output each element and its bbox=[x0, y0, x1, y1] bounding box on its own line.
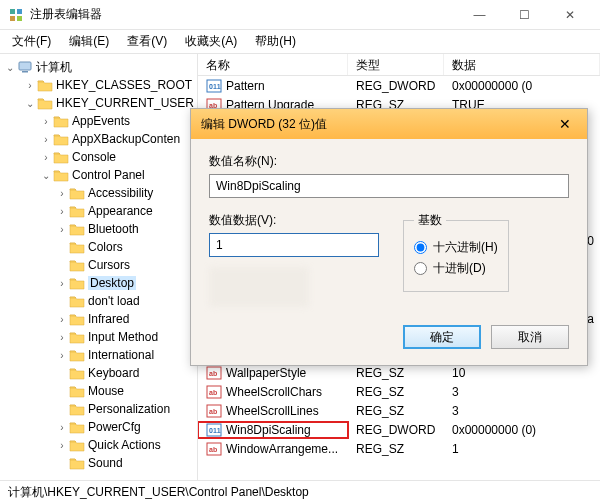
chevron-down-icon[interactable]: ⌄ bbox=[24, 98, 36, 109]
tree-item[interactable]: ›HKEY_CLASSES_ROOT bbox=[0, 76, 197, 94]
ok-button[interactable]: 确定 bbox=[403, 325, 481, 349]
menu-help[interactable]: 帮助(H) bbox=[247, 31, 304, 52]
tree-item-label: Mouse bbox=[88, 384, 124, 398]
chevron-right-icon[interactable]: › bbox=[40, 134, 52, 145]
radio-dec-input[interactable] bbox=[414, 262, 427, 275]
chevron-right-icon[interactable]: › bbox=[40, 116, 52, 127]
tree-item[interactable]: ›Console bbox=[0, 148, 197, 166]
chevron-down-icon[interactable]: ⌄ bbox=[4, 62, 16, 73]
tree-item-label: Personalization bbox=[88, 402, 170, 416]
tree-item[interactable]: Personalization bbox=[0, 400, 197, 418]
binary-value-icon bbox=[206, 422, 222, 438]
chevron-right-icon[interactable]: › bbox=[56, 332, 68, 343]
tree-item[interactable]: ›Quick Actions bbox=[0, 436, 197, 454]
tree-item[interactable]: ›Input Method bbox=[0, 328, 197, 346]
col-name[interactable]: 名称 bbox=[198, 54, 348, 75]
chevron-right-icon[interactable]: › bbox=[56, 224, 68, 235]
list-row[interactable]: PatternREG_DWORD0x00000000 (0 bbox=[198, 76, 600, 95]
maximize-button[interactable]: ☐ bbox=[502, 1, 547, 29]
list-row[interactable]: WheelScrollLinesREG_SZ3 bbox=[198, 401, 600, 420]
value-data: 0x00000000 (0 bbox=[444, 79, 600, 93]
tree-item-label: Console bbox=[72, 150, 116, 164]
folder-icon bbox=[69, 348, 85, 362]
list-row[interactable]: WindowArrangeme...REG_SZ1 bbox=[198, 439, 600, 458]
tree-item[interactable]: ›Desktop bbox=[0, 274, 197, 292]
dialog-close-icon[interactable]: ✕ bbox=[553, 116, 577, 132]
folder-icon bbox=[69, 366, 85, 380]
chevron-right-icon[interactable]: › bbox=[56, 278, 68, 289]
close-button[interactable]: ✕ bbox=[547, 1, 592, 29]
menu-file[interactable]: 文件(F) bbox=[4, 31, 59, 52]
tree-item[interactable]: ⌄HKEY_CURRENT_USER bbox=[0, 94, 197, 112]
tree-item[interactable]: ›AppEvents bbox=[0, 112, 197, 130]
value-type: REG_DWORD bbox=[348, 79, 444, 93]
chevron-right-icon[interactable]: › bbox=[56, 188, 68, 199]
tree-item[interactable]: Keyboard bbox=[0, 364, 197, 382]
tree-item[interactable]: ›International bbox=[0, 346, 197, 364]
col-data[interactable]: 数据 bbox=[444, 54, 600, 75]
menu-favorites[interactable]: 收藏夹(A) bbox=[177, 31, 245, 52]
chevron-right-icon[interactable]: › bbox=[56, 206, 68, 217]
value-data: 3 bbox=[444, 404, 600, 418]
menu-view[interactable]: 查看(V) bbox=[119, 31, 175, 52]
menu-edit[interactable]: 编辑(E) bbox=[61, 31, 117, 52]
cancel-button[interactable]: 取消 bbox=[491, 325, 569, 349]
value-name: WallpaperStyle bbox=[226, 366, 306, 380]
tree-item-label: Keyboard bbox=[88, 366, 139, 380]
chevron-right-icon[interactable]: › bbox=[56, 350, 68, 361]
folder-icon bbox=[69, 330, 85, 344]
string-value-icon bbox=[206, 365, 222, 381]
value-name-input[interactable] bbox=[209, 174, 569, 198]
chevron-right-icon[interactable]: › bbox=[24, 80, 36, 91]
col-type[interactable]: 类型 bbox=[348, 54, 444, 75]
chevron-right-icon[interactable]: › bbox=[40, 152, 52, 163]
chevron-right-icon[interactable]: › bbox=[56, 440, 68, 451]
tree-item-label: Desktop bbox=[88, 276, 136, 290]
radio-hex-input[interactable] bbox=[414, 241, 427, 254]
statusbar: 计算机\HKEY_CURRENT_USER\Control Panel\Desk… bbox=[0, 480, 600, 502]
tree-item-label: AppXBackupConten bbox=[72, 132, 180, 146]
tree-item[interactable]: Mouse bbox=[0, 382, 197, 400]
list-row[interactable]: WheelScrollCharsREG_SZ3 bbox=[198, 382, 600, 401]
string-value-icon bbox=[206, 384, 222, 400]
tree-item[interactable]: ⌄Control Panel bbox=[0, 166, 197, 184]
tree-item[interactable]: ›Infrared bbox=[0, 310, 197, 328]
radio-dec[interactable]: 十进制(D) bbox=[414, 260, 498, 277]
tree-panel[interactable]: ⌄ 计算机 ›HKEY_CLASSES_ROOT⌄HKEY_CURRENT_US… bbox=[0, 54, 198, 480]
tree-item[interactable]: ›PowerCfg bbox=[0, 418, 197, 436]
folder-icon bbox=[69, 456, 85, 470]
tree-item-label: Appearance bbox=[88, 204, 153, 218]
value-data: 3 bbox=[444, 385, 600, 399]
chevron-right-icon[interactable]: › bbox=[56, 422, 68, 433]
tree-item[interactable]: ›AppXBackupConten bbox=[0, 130, 197, 148]
data-label: 数值数据(V): bbox=[209, 212, 379, 229]
tree-item[interactable]: Sound bbox=[0, 454, 197, 472]
list-row[interactable]: Win8DpiScalingREG_DWORD0x00000000 (0) bbox=[198, 420, 600, 439]
folder-icon bbox=[69, 384, 85, 398]
tree-item-label: Quick Actions bbox=[88, 438, 161, 452]
folder-icon bbox=[37, 78, 53, 92]
value-data: 1 bbox=[444, 442, 600, 456]
tree-item[interactable]: ›Accessibility bbox=[0, 184, 197, 202]
tree-item[interactable]: don't load bbox=[0, 292, 197, 310]
value-data-input[interactable] bbox=[209, 233, 379, 257]
tree-item[interactable]: ›Bluetooth bbox=[0, 220, 197, 238]
value-data: 0x00000000 (0) bbox=[444, 423, 600, 437]
radio-hex[interactable]: 十六进制(H) bbox=[414, 239, 498, 256]
chevron-right-icon[interactable]: › bbox=[56, 314, 68, 325]
tree-root[interactable]: ⌄ 计算机 bbox=[0, 58, 197, 76]
tree-item[interactable]: ›Appearance bbox=[0, 202, 197, 220]
value-type: REG_SZ bbox=[348, 404, 444, 418]
folder-icon bbox=[69, 420, 85, 434]
dialog-titlebar[interactable]: 编辑 DWORD (32 位)值 ✕ bbox=[191, 109, 587, 139]
tree-item-label: don't load bbox=[88, 294, 140, 308]
value-type: REG_SZ bbox=[348, 385, 444, 399]
folder-icon bbox=[69, 186, 85, 200]
list-header[interactable]: 名称 类型 数据 bbox=[198, 54, 600, 76]
tree-item-label: AppEvents bbox=[72, 114, 130, 128]
string-value-icon bbox=[206, 403, 222, 419]
tree-item[interactable]: Colors bbox=[0, 238, 197, 256]
chevron-down-icon[interactable]: ⌄ bbox=[40, 170, 52, 181]
tree-item[interactable]: Cursors bbox=[0, 256, 197, 274]
minimize-button[interactable]: ― bbox=[457, 1, 502, 29]
